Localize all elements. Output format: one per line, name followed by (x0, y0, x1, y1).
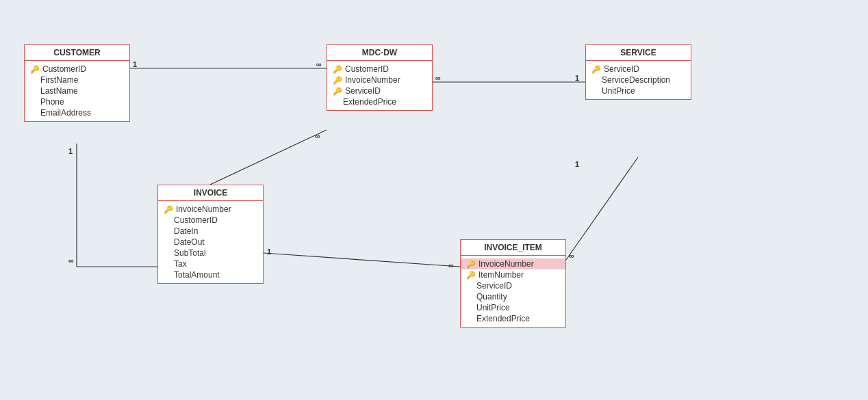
table-row: LastName (25, 85, 129, 96)
key-icon: 🔑 (30, 65, 40, 74)
table-customer-body: 🔑 CustomerID FirstName LastName Phone Em… (25, 61, 129, 121)
rel-label-cust-mdc-inf: ∞ (316, 60, 322, 68)
table-customer: CUSTOMER 🔑 CustomerID FirstName LastName… (24, 44, 130, 122)
table-row: 🔑 ServiceID (586, 64, 691, 75)
table-row: 🔑 ServiceID (327, 85, 432, 96)
key-icon: 🔑 (466, 260, 476, 269)
rel-label-ii-svc-1: 1 (575, 160, 579, 168)
rel-label-cust-mdc-1: 1 (133, 60, 137, 68)
table-row: TotalAmount (158, 269, 263, 280)
table-row: 🔑 InvoiceNumber (158, 204, 263, 215)
table-service-body: 🔑 ServiceID ServiceDescription UnitPrice (586, 61, 691, 99)
table-service-header: SERVICE (586, 45, 691, 61)
rel-label-inv-ii-inf: ∞ (448, 261, 454, 269)
key-icon: 🔑 (333, 87, 342, 96)
table-row: EmailAddress (25, 107, 129, 118)
table-row: UnitPrice (586, 85, 691, 96)
rel-label-mdc-svc-inf: ∞ (435, 74, 441, 82)
table-row: ServiceID (461, 280, 565, 291)
key-icon: 🔑 (333, 76, 342, 85)
table-invoice-item-header: INVOICE_ITEM (461, 240, 565, 256)
table-mdc-dw-body: 🔑 CustomerID 🔑 InvoiceNumber 🔑 ServiceID… (327, 61, 432, 110)
rel-label-ii-svc-inf: ∞ (569, 252, 574, 260)
table-row: 🔑 ItemNumber (461, 269, 565, 280)
table-mdc-dw: MDC-DW 🔑 CustomerID 🔑 InvoiceNumber 🔑 Se… (327, 44, 433, 111)
table-invoice-item: INVOICE_ITEM 🔑 InvoiceNumber 🔑 ItemNumbe… (460, 239, 566, 328)
table-row: DateIn (158, 226, 263, 237)
table-row: SubTotal (158, 248, 263, 258)
table-invoice-header: INVOICE (158, 185, 263, 201)
connections-svg (0, 0, 868, 400)
rel-label-cust-inv-1: 1 (68, 147, 73, 155)
table-row: 🔑 CustomerID (327, 64, 432, 75)
table-invoice: INVOICE 🔑 InvoiceNumber CustomerID DateI… (157, 185, 264, 284)
table-row: ServiceDescription (586, 75, 691, 85)
rel-label-inv-ii-1: 1 (267, 248, 271, 256)
table-invoice-item-body: 🔑 InvoiceNumber 🔑 ItemNumber ServiceID Q… (461, 256, 565, 327)
table-row: ExtendedPrice (461, 313, 565, 324)
svg-line-6 (566, 157, 638, 260)
diagram-canvas: 1 ∞ ∞ 1 1 ∞ 1 ∞ 1 ∞ ∞ 1 CUSTOMER 🔑 Custo… (0, 0, 868, 400)
table-mdc-dw-header: MDC-DW (327, 45, 432, 61)
table-invoice-body: 🔑 InvoiceNumber CustomerID DateIn DateOu… (158, 201, 263, 283)
table-row: Phone (25, 96, 129, 107)
key-icon: 🔑 (591, 65, 601, 74)
table-row: ExtendedPrice (327, 96, 432, 107)
svg-line-5 (264, 253, 460, 267)
table-row: 🔑 CustomerID (25, 64, 129, 75)
rel-label-inv-mdc-inf: ∞ (315, 132, 320, 140)
key-icon: 🔑 (164, 205, 173, 214)
key-icon: 🔑 (466, 271, 476, 280)
table-row: UnitPrice (461, 302, 565, 313)
table-row: 🔑 InvoiceNumber (461, 258, 565, 269)
table-row: DateOut (158, 237, 263, 248)
table-row: CustomerID (158, 215, 263, 226)
table-row: Quantity (461, 291, 565, 302)
svg-line-4 (210, 130, 327, 185)
table-service: SERVICE 🔑 ServiceID ServiceDescription U… (585, 44, 691, 100)
table-row: Tax (158, 258, 263, 269)
rel-label-cust-inv-inf: ∞ (68, 256, 74, 265)
table-row: 🔑 InvoiceNumber (327, 75, 432, 85)
table-row: FirstName (25, 75, 129, 85)
rel-label-mdc-svc-1: 1 (575, 74, 579, 82)
table-customer-header: CUSTOMER (25, 45, 129, 61)
key-icon: 🔑 (333, 65, 342, 74)
